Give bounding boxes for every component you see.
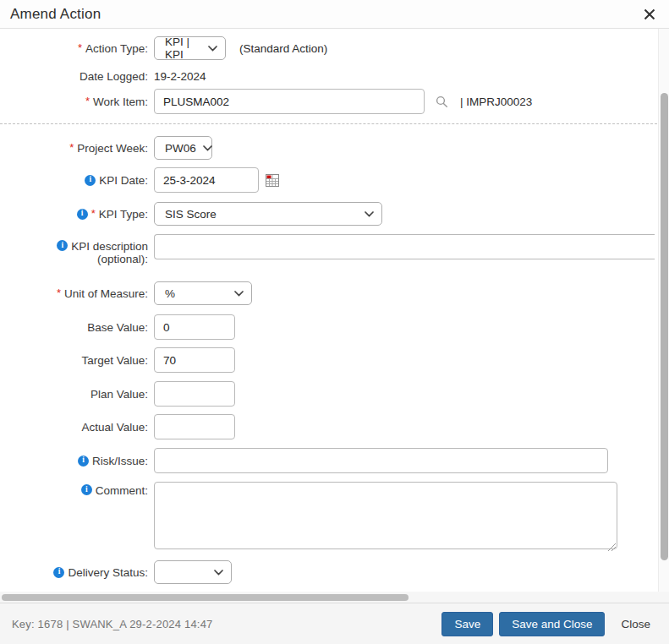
risk-issue-input[interactable] bbox=[154, 448, 608, 473]
action-type-value: KPI | KPI bbox=[165, 35, 201, 61]
required-marker: * bbox=[57, 287, 61, 299]
work-item-label: Work Item: bbox=[93, 96, 148, 108]
horizontal-scrollbar-thumb[interactable] bbox=[2, 594, 409, 601]
row-risk-issue: i Risk/Issue: bbox=[0, 448, 608, 473]
chevron-down-icon bbox=[214, 570, 223, 576]
kpi-description-input[interactable] bbox=[154, 234, 655, 259]
row-kpi-date: i KPI Date: bbox=[0, 167, 279, 193]
close-button[interactable]: Close bbox=[611, 612, 657, 636]
row-kpi-description: i KPI description (optional): bbox=[0, 234, 655, 265]
kpi-type-select[interactable]: SIS Score bbox=[154, 202, 382, 226]
row-project-week: * Project Week: PW06 bbox=[0, 136, 212, 160]
base-value-input[interactable] bbox=[154, 314, 235, 340]
chevron-down-icon bbox=[203, 145, 212, 151]
save-button[interactable]: Save bbox=[441, 612, 493, 636]
action-type-suffix: (Standard Action) bbox=[239, 42, 327, 55]
delivery-status-select[interactable] bbox=[154, 560, 232, 584]
required-marker: * bbox=[78, 41, 82, 54]
row-base-value: Base Value: bbox=[0, 314, 235, 340]
date-logged-value: 19-2-2024 bbox=[154, 70, 206, 83]
section-separator bbox=[0, 123, 657, 124]
actual-value-input[interactable] bbox=[154, 414, 235, 439]
info-icon[interactable]: i bbox=[57, 240, 68, 251]
calendar-icon[interactable] bbox=[266, 174, 279, 187]
info-icon[interactable]: i bbox=[85, 175, 96, 186]
action-type-label: Action Type: bbox=[85, 42, 148, 55]
save-and-close-button[interactable]: Save and Close bbox=[499, 612, 605, 636]
close-icon[interactable] bbox=[640, 5, 659, 24]
row-unit-of-measure: * Unit of Measure: % bbox=[0, 281, 252, 305]
horizontal-scrollbar-track[interactable] bbox=[0, 592, 669, 603]
info-icon[interactable]: i bbox=[77, 209, 88, 220]
vertical-scrollbar-thumb[interactable] bbox=[661, 93, 668, 560]
required-marker: * bbox=[91, 207, 96, 220]
info-icon[interactable]: i bbox=[78, 456, 89, 467]
row-comment: i Comment: bbox=[0, 482, 617, 553]
target-value-label: Target Value: bbox=[81, 354, 148, 367]
dialog-body: * Action Type: KPI | KPI (Standard Actio… bbox=[0, 29, 669, 592]
row-target-value: Target Value: bbox=[0, 347, 235, 373]
row-actual-value: Actual Value: bbox=[0, 414, 235, 439]
kpi-date-label: KPI Date: bbox=[99, 174, 148, 187]
required-marker: * bbox=[85, 95, 90, 107]
target-value-input[interactable] bbox=[154, 347, 235, 373]
comment-label: Comment: bbox=[96, 484, 148, 497]
unit-of-measure-select[interactable]: % bbox=[154, 281, 252, 305]
risk-issue-label: Risk/Issue: bbox=[92, 455, 148, 467]
chevron-down-icon bbox=[365, 211, 374, 217]
row-date-logged: Date Logged: 19-2-2024 bbox=[0, 68, 206, 85]
row-work-item: * Work Item: | IMPRJ00023 bbox=[0, 89, 532, 114]
actual-value-label: Actual Value: bbox=[81, 421, 148, 434]
action-type-select[interactable]: KPI | KPI bbox=[154, 36, 226, 60]
kpi-type-label: KPI Type: bbox=[99, 208, 148, 221]
delivery-status-label: Delivery Status: bbox=[68, 566, 148, 579]
row-plan-value: Plan Value: bbox=[0, 381, 235, 407]
info-icon[interactable]: i bbox=[53, 567, 64, 578]
work-item-input[interactable] bbox=[154, 89, 425, 114]
amend-action-dialog: Amend Action * Action Type: KPI | KPI (S… bbox=[0, 0, 669, 644]
chevron-down-icon bbox=[208, 46, 217, 52]
record-key-info: Key: 1678 | SWANK_A 29-2-2024 14:47 bbox=[12, 618, 213, 630]
row-kpi-type: i * KPI Type: SIS Score bbox=[0, 202, 382, 226]
comment-textarea[interactable] bbox=[154, 482, 617, 549]
base-value-label: Base Value: bbox=[87, 321, 148, 334]
info-icon[interactable]: i bbox=[81, 484, 92, 495]
search-icon[interactable] bbox=[436, 96, 448, 108]
dialog-header: Amend Action bbox=[0, 0, 669, 29]
date-logged-label: Date Logged: bbox=[80, 70, 148, 83]
dialog-footer: Key: 1678 | SWANK_A 29-2-2024 14:47 Save… bbox=[0, 603, 669, 644]
plan-value-label: Plan Value: bbox=[90, 388, 148, 401]
kpi-description-label-2: (optional): bbox=[97, 253, 148, 265]
dialog-title: Amend Action bbox=[10, 6, 101, 23]
project-week-label: Project Week: bbox=[77, 142, 148, 155]
kpi-date-input[interactable] bbox=[154, 167, 259, 193]
chevron-down-icon bbox=[234, 291, 244, 297]
project-week-value: PW06 bbox=[165, 142, 196, 155]
kpi-type-value: SIS Score bbox=[165, 208, 358, 221]
unit-of-measure-value: % bbox=[165, 287, 228, 300]
plan-value-input[interactable] bbox=[154, 381, 235, 407]
required-marker: * bbox=[69, 141, 74, 154]
row-delivery-status: i Delivery Status: bbox=[0, 560, 232, 584]
vertical-scrollbar-track[interactable] bbox=[658, 29, 669, 592]
project-week-select[interactable]: PW06 bbox=[154, 136, 212, 160]
unit-of-measure-label: Unit of Measure: bbox=[64, 287, 148, 300]
row-action-type: * Action Type: KPI | KPI (Standard Actio… bbox=[0, 36, 327, 60]
work-item-reference: | IMPRJ00023 bbox=[460, 96, 532, 108]
kpi-description-label: KPI description bbox=[71, 240, 148, 253]
